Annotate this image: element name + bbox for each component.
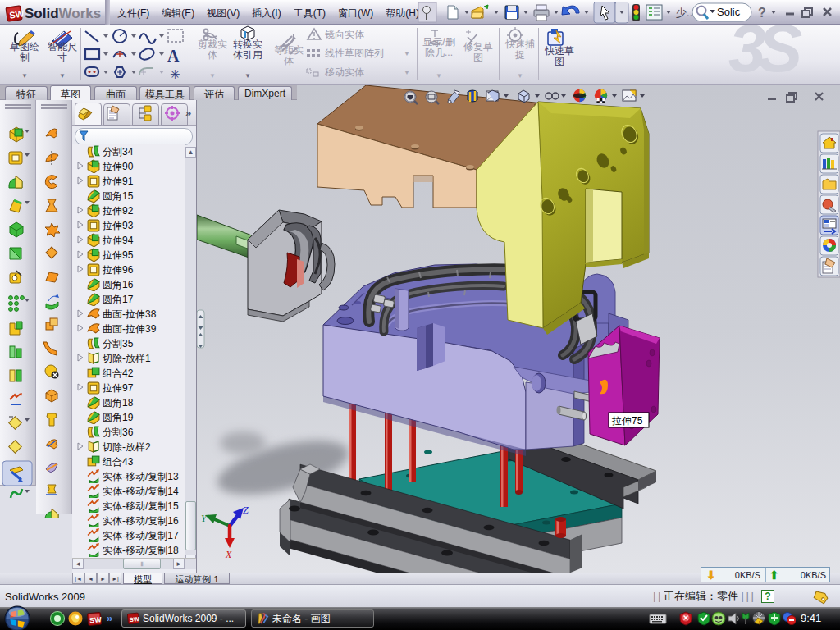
svg-text:SW: SW: [9, 8, 25, 20]
svg-text:Z: Z: [243, 504, 249, 516]
svg-text:»: »: [185, 107, 191, 119]
svg-text:!: !: [759, 620, 760, 626]
svg-text:SolidWorks: SolidWorks: [25, 6, 101, 21]
svg-text:X: X: [225, 549, 232, 560]
svg-text:»: »: [107, 612, 112, 624]
svg-text:✳: ✳: [170, 67, 180, 81]
svg-text:SW: SW: [89, 615, 103, 625]
svg-text:A: A: [167, 47, 180, 65]
svg-text:拉伸75: 拉伸75: [611, 415, 643, 427]
svg-text:SW: SW: [129, 615, 139, 623]
svg-text:少..: 少..: [676, 7, 692, 19]
